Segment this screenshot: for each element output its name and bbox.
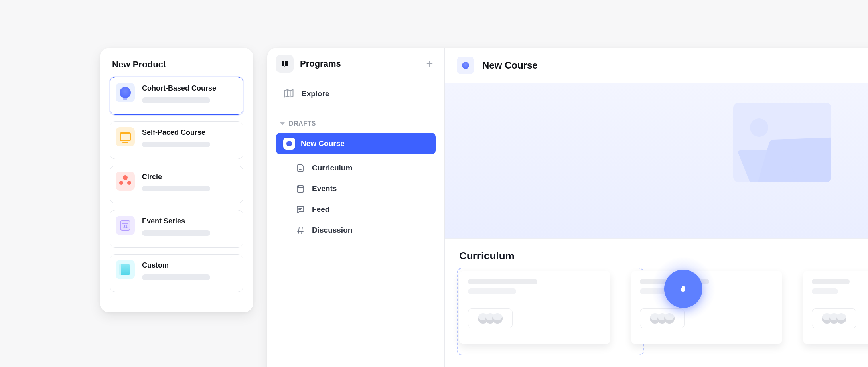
sidebar-item-label: Events bbox=[312, 184, 337, 193]
option-label: Self-Paced Course bbox=[142, 128, 237, 137]
drag-indicator bbox=[651, 257, 716, 321]
option-label: Cohort-Based Course bbox=[142, 84, 237, 93]
book-icon bbox=[276, 55, 294, 73]
programs-sidebar: Programs Explore DRAFTS New Course bbox=[267, 48, 445, 367]
bulb-icon bbox=[457, 57, 474, 74]
skeleton-line bbox=[468, 288, 516, 294]
skeleton-line bbox=[142, 230, 210, 236]
skeleton-line bbox=[468, 279, 537, 284]
avatar-group bbox=[812, 308, 856, 328]
chevron-down-icon bbox=[280, 122, 285, 125]
sidebar-item-feed[interactable]: Feed bbox=[295, 199, 444, 220]
image-placeholder-sun bbox=[750, 118, 768, 137]
option-label: Circle bbox=[142, 172, 237, 181]
add-program-button[interactable] bbox=[424, 58, 436, 70]
course-content: New Course Curriculum bbox=[445, 48, 868, 367]
new-product-panel: New Product Cohort-Based Course Self-Pac… bbox=[100, 48, 253, 312]
sidebar-item-label: Explore bbox=[302, 89, 329, 98]
calendar-icon: 31 bbox=[116, 216, 135, 235]
card-icon bbox=[116, 260, 135, 279]
section-label: DRAFTS bbox=[289, 120, 316, 127]
avatar-group bbox=[468, 308, 513, 328]
skeleton-line bbox=[812, 279, 850, 284]
option-custom[interactable]: Custom bbox=[110, 254, 243, 292]
programs-app: Programs Explore DRAFTS New Course bbox=[267, 48, 868, 367]
svg-rect-0 bbox=[297, 186, 304, 192]
drafts-section-header[interactable]: DRAFTS bbox=[267, 110, 444, 133]
course-sub-nav: Curriculum Events Feed Discussion bbox=[295, 158, 444, 241]
sidebar-title: Programs bbox=[300, 59, 417, 69]
monitor-icon bbox=[116, 127, 135, 146]
option-self-paced-course[interactable]: Self-Paced Course bbox=[110, 121, 243, 159]
sidebar-item-explore[interactable]: Explore bbox=[267, 80, 444, 110]
doc-icon bbox=[295, 163, 306, 173]
curriculum-cards bbox=[445, 268, 868, 344]
hash-icon bbox=[295, 225, 306, 235]
curriculum-card[interactable] bbox=[631, 271, 782, 344]
chat-icon bbox=[295, 204, 306, 215]
option-label: Custom bbox=[142, 261, 237, 270]
course-hero bbox=[445, 83, 868, 239]
image-placeholder[interactable] bbox=[733, 103, 831, 182]
skeleton-line bbox=[812, 288, 838, 294]
curriculum-card[interactable] bbox=[459, 271, 610, 344]
curriculum-card[interactable] bbox=[803, 271, 868, 344]
sidebar-item-events[interactable]: Events bbox=[295, 178, 444, 199]
sidebar-header: Programs bbox=[267, 48, 444, 80]
option-label: Event Series bbox=[142, 217, 237, 225]
course-header: New Course bbox=[445, 48, 868, 83]
sidebar-item-label: New Course bbox=[301, 139, 345, 148]
skeleton-line bbox=[142, 97, 210, 103]
course-title: New Course bbox=[482, 60, 538, 71]
bulb-icon bbox=[116, 83, 135, 102]
option-circle[interactable]: Circle bbox=[110, 166, 243, 203]
sidebar-item-new-course[interactable]: New Course bbox=[276, 133, 436, 154]
sidebar-item-label: Feed bbox=[312, 205, 329, 214]
skeleton-line bbox=[142, 274, 210, 280]
skeleton-line bbox=[142, 142, 210, 147]
sidebar-item-discussion[interactable]: Discussion bbox=[295, 220, 444, 241]
avatar-placeholder bbox=[836, 313, 846, 324]
sidebar-item-label: Curriculum bbox=[312, 164, 352, 172]
sidebar-item-label: Discussion bbox=[312, 226, 352, 235]
new-product-title: New Product bbox=[112, 59, 242, 70]
people-icon bbox=[116, 172, 135, 191]
map-icon bbox=[283, 88, 295, 100]
calendar-icon bbox=[295, 184, 306, 194]
option-cohort-based-course[interactable]: Cohort-Based Course bbox=[110, 77, 243, 115]
course-badge-icon bbox=[283, 138, 295, 150]
grab-cursor-icon bbox=[679, 284, 688, 294]
avatar-placeholder bbox=[492, 313, 503, 324]
sidebar-item-curriculum[interactable]: Curriculum bbox=[295, 158, 444, 178]
option-event-series[interactable]: 31 Event Series bbox=[110, 210, 243, 248]
skeleton-line bbox=[142, 186, 210, 191]
